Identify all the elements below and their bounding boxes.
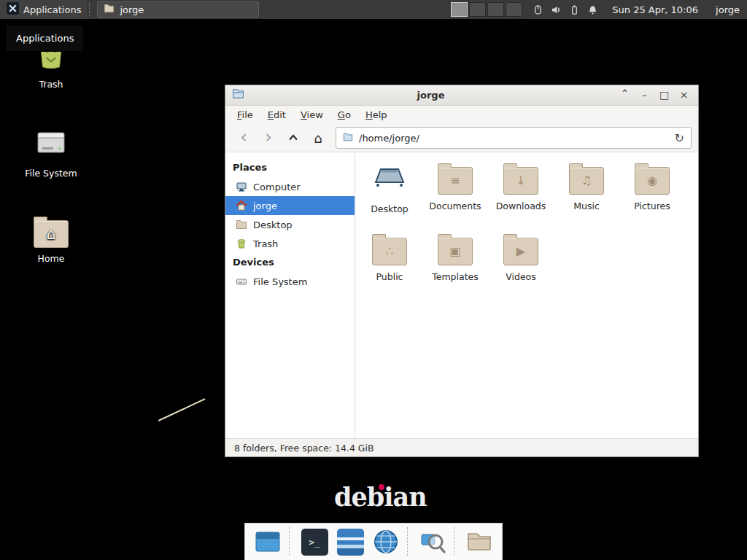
debian-red-dot — [379, 484, 384, 490]
file-label: Templates — [432, 271, 479, 282]
workspace-3[interactable] — [487, 2, 504, 17]
sidebar-item-label: Desktop — [253, 219, 293, 230]
folder-icon: ≡ — [438, 167, 473, 195]
menu-edit[interactable]: Edit — [260, 107, 293, 122]
sidebar-item-filesystem[interactable]: File System — [225, 272, 355, 291]
sidebar-item-jorge[interactable]: jorge — [225, 196, 355, 215]
menu-file[interactable]: File — [230, 107, 260, 122]
clock[interactable]: Sun 25 Apr, 10:06 — [605, 0, 705, 19]
application-finder-launcher[interactable] — [417, 526, 449, 558]
sidebar-item-label: File System — [253, 276, 307, 287]
desktop-icon-filesystem[interactable]: File System — [16, 125, 86, 179]
terminal-icon: >_ — [301, 529, 328, 556]
path-value: /home/jorge/ — [359, 133, 419, 144]
striped-blue-icon — [337, 529, 364, 556]
reload-icon[interactable]: ↻ — [675, 131, 684, 145]
menubar: File Edit View Go Help — [225, 106, 698, 124]
workspace-switcher — [447, 0, 526, 19]
file-item-documents[interactable]: ≡ Documents — [422, 160, 488, 230]
system-tray — [526, 0, 605, 19]
places-header: Places — [225, 158, 355, 177]
desktop-icon-home[interactable]: ⌂ Home — [16, 213, 86, 264]
show-desktop-button[interactable] — [252, 526, 284, 558]
file-item-public[interactable]: ∴ Public — [357, 230, 422, 301]
sidebar-item-computer[interactable]: Computer — [225, 177, 355, 196]
menu-go[interactable]: Go — [330, 107, 358, 122]
up-button[interactable] — [282, 128, 305, 148]
file-item-downloads[interactable]: ↓ Downloads — [488, 160, 554, 230]
drive-icon — [34, 125, 69, 163]
camera-emblem-icon: ◉ — [635, 168, 669, 194]
titlebar[interactable]: jorge ˆ – □ × — [225, 85, 698, 106]
sidebar-item-label: Trash — [253, 238, 278, 249]
window-body: Places Computer jorge Desktop — [225, 152, 698, 438]
volume-icon[interactable] — [551, 4, 562, 15]
path-bar[interactable]: /home/jorge/ ↻ — [336, 127, 692, 149]
home-button[interactable]: ⌂ — [306, 128, 330, 148]
folder-icon: ↓ — [503, 167, 538, 195]
workspace-2[interactable] — [469, 2, 486, 17]
home-folder-icon: ⌂ — [34, 220, 69, 248]
terminal-prompt-glyph: >_ — [309, 537, 320, 548]
mouse-settings-icon[interactable] — [533, 4, 543, 15]
debian-logo: debian — [334, 482, 427, 512]
file-item-music[interactable]: ♫ Music — [554, 160, 619, 230]
applications-tooltip: Applications — [6, 25, 84, 52]
file-manager-launcher[interactable] — [463, 526, 495, 558]
home-icon — [236, 200, 247, 211]
menu-help[interactable]: Help — [358, 107, 395, 122]
workspace-tool-launcher[interactable] — [334, 526, 366, 558]
window-title: jorge — [249, 90, 613, 101]
notifications-bell-icon[interactable] — [587, 4, 598, 15]
file-item-videos[interactable]: ▶ Videos — [488, 230, 554, 301]
workspace-4[interactable] — [506, 2, 522, 17]
file-label: Music — [573, 201, 600, 211]
panel-separator-handle[interactable] — [89, 3, 94, 16]
session-user-label[interactable]: jorge — [705, 0, 747, 19]
minimize-button[interactable]: – — [637, 86, 652, 104]
folder-icon — [343, 132, 353, 144]
desktop-icon-label: Home — [38, 253, 65, 264]
file-label: Downloads — [496, 201, 546, 211]
video-emblem-icon: ▶ — [504, 238, 538, 265]
battery-icon[interactable] — [569, 4, 580, 15]
status-text: 8 folders, Free space: 14.4 GiB — [234, 443, 374, 454]
devices-header: Devices — [225, 253, 355, 272]
folder-icon — [236, 219, 247, 230]
downloads-emblem-icon: ↓ — [504, 168, 538, 194]
folder-icon: ◉ — [635, 167, 670, 195]
sidebar-item-trash[interactable]: Trash — [225, 234, 355, 253]
music-emblem-icon: ♫ — [570, 168, 603, 194]
maximize-button[interactable]: □ — [657, 86, 672, 104]
toolbar: ‹ › ⌂ /home/jorge/ ↻ — [225, 124, 698, 152]
taskbar-window-button[interactable]: jorge — [97, 1, 259, 18]
menu-view[interactable]: View — [293, 107, 330, 122]
dock-separator — [454, 527, 458, 556]
shade-button[interactable]: ˆ — [617, 85, 632, 106]
file-label: Public — [376, 271, 403, 282]
house-emblem-icon: ⌂ — [34, 221, 68, 247]
templates-emblem-icon: ▣ — [438, 238, 472, 265]
file-item-desktop[interactable]: Desktop — [357, 160, 422, 230]
dock-separator — [407, 527, 411, 556]
sidebar-item-desktop[interactable]: Desktop — [225, 215, 355, 234]
folder-icon — [104, 3, 115, 16]
forward-button[interactable]: › — [257, 128, 280, 148]
terminal-launcher[interactable]: >_ — [298, 526, 330, 558]
sidebar-item-label: Computer — [253, 182, 301, 192]
documents-emblem-icon: ≡ — [438, 168, 472, 194]
file-label: Desktop — [371, 203, 409, 214]
web-browser-launcher[interactable] — [370, 526, 402, 558]
workspace-1[interactable] — [451, 2, 468, 17]
status-bar: 8 folders, Free space: 14.4 GiB — [225, 438, 698, 456]
cursor-trail-artifact — [158, 398, 206, 421]
close-button[interactable]: × — [676, 86, 692, 104]
sidebar: Places Computer jorge Desktop — [225, 152, 355, 438]
desktop-icon-label: Trash — [39, 79, 63, 90]
panel-spacer — [259, 0, 447, 19]
file-item-pictures[interactable]: ◉ Pictures — [619, 160, 685, 230]
back-button[interactable]: ‹ — [232, 128, 255, 148]
file-item-templates[interactable]: ▣ Templates — [422, 230, 488, 301]
applications-menu-button[interactable]: Applications — [0, 0, 88, 19]
drive-icon — [236, 276, 247, 287]
